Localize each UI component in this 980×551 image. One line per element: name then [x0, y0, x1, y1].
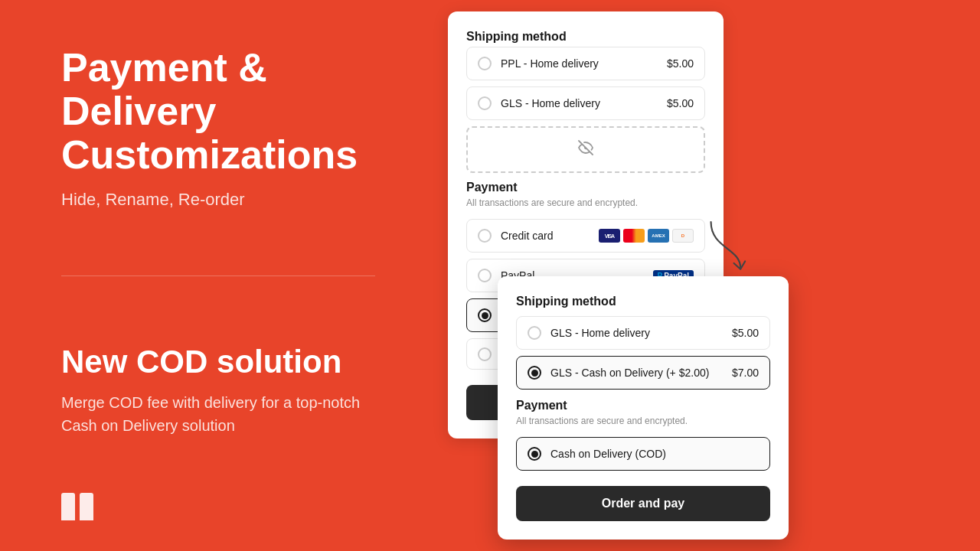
- left-panel: Payment & Delivery Customizations Hide, …: [0, 0, 436, 551]
- logo: [61, 493, 93, 520]
- option-cod[interactable]: Cash on Delivery (COD): [516, 437, 770, 471]
- discover-icon: D: [672, 229, 694, 243]
- eye-slash-icon: [577, 139, 595, 161]
- radio-ppl: [478, 57, 492, 70]
- option-gls-label: GLS - Home delivery: [501, 97, 667, 109]
- shipping-label-1: Shipping method: [466, 30, 705, 44]
- amex-icon: AMEX: [648, 229, 669, 243]
- card-cod: Shipping method GLS - Home delivery $5.0…: [498, 276, 789, 540]
- radio-bankdeposit: [478, 308, 492, 322]
- option-gls-cod[interactable]: GLS - Cash on Delivery (+ $2.00) $7.00: [516, 356, 770, 390]
- radio-cod-inner: [531, 451, 538, 458]
- payment-subtitle-1: All transactions are secure and encrypte…: [466, 197, 705, 208]
- radio-gls-cod-inner: [531, 370, 538, 377]
- radio-cod: [528, 447, 541, 461]
- visa-icon: VISA: [599, 229, 620, 243]
- mastercard-icon: [623, 229, 645, 243]
- main-subtitle: Hide, Rename, Re-order: [61, 190, 375, 210]
- radio-moneyorder: [478, 347, 492, 361]
- option-creditcard[interactable]: Credit card VISA AMEX D: [466, 219, 705, 253]
- main-title: Payment & Delivery Customizations: [61, 46, 375, 178]
- order-pay-button-2[interactable]: Order and pay: [516, 486, 770, 521]
- logo-bar-left: [61, 493, 75, 520]
- bottom-section: New COD solution Merge COD fee with deli…: [61, 276, 375, 506]
- option-gls-price: $5.00: [667, 97, 694, 109]
- option-gls[interactable]: GLS - Home delivery $5.00: [466, 86, 705, 120]
- creditcard-icons: VISA AMEX D: [599, 229, 694, 243]
- top-section: Payment & Delivery Customizations Hide, …: [61, 46, 375, 276]
- option-ppl-label: PPL - Home delivery: [501, 57, 667, 70]
- radio-gls-2: [528, 326, 541, 340]
- cards-container: Shipping method PPL - Home delivery $5.0…: [436, 0, 980, 551]
- right-panel: Shipping method PPL - Home delivery $5.0…: [436, 0, 980, 551]
- radio-paypal: [478, 269, 492, 282]
- option-gls-cod-label: GLS - Cash on Delivery (+ $2.00): [550, 367, 732, 379]
- option-ppl-price: $5.00: [667, 57, 694, 70]
- hidden-option-row: [466, 126, 705, 173]
- option-gls-cod-price: $7.00: [732, 367, 759, 379]
- radio-gls-cod: [528, 366, 541, 380]
- option-ppl[interactable]: PPL - Home delivery $5.00: [466, 47, 705, 80]
- radio-gls: [478, 96, 492, 110]
- payment-subtitle-2: All transactions are secure and encrypte…: [516, 416, 770, 426]
- cod-description: Merge COD fee with delivery for a top-no…: [61, 391, 375, 437]
- option-cod-label: Cash on Delivery (COD): [550, 448, 759, 460]
- option-gls-2-price: $5.00: [732, 327, 759, 339]
- payment-label-1: Payment: [466, 181, 705, 194]
- cod-title: New COD solution: [61, 344, 375, 380]
- option-creditcard-label: Credit card: [501, 230, 599, 242]
- option-gls-2[interactable]: GLS - Home delivery $5.00: [516, 316, 770, 350]
- logo-bar-right: [80, 493, 93, 520]
- shipping-label-2: Shipping method: [516, 295, 770, 308]
- radio-bankdeposit-inner: [482, 312, 488, 319]
- radio-creditcard: [478, 229, 492, 243]
- option-gls-2-label: GLS - Home delivery: [550, 327, 732, 339]
- payment-label-2: Payment: [516, 399, 770, 412]
- connector-arrow: [704, 214, 750, 276]
